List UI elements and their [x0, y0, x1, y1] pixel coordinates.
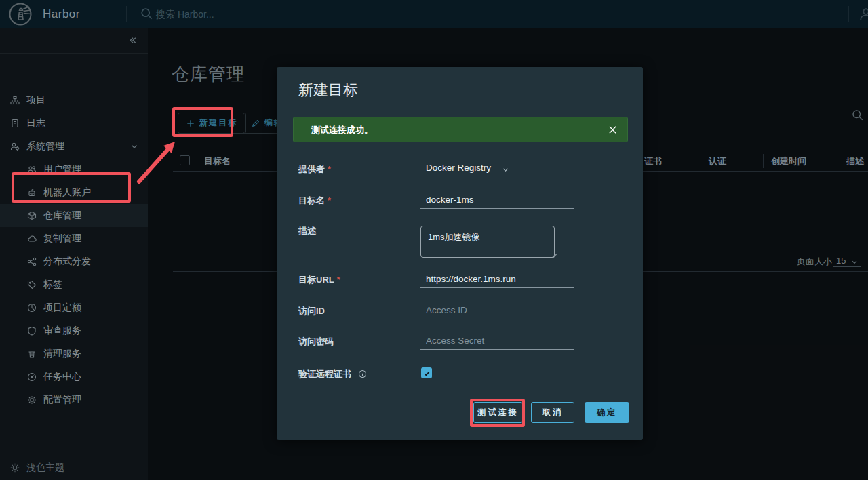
harbor-app: Harbor 搜索 Harbor... 项目 日志 [0, 0, 868, 480]
target-url-input[interactable] [420, 271, 574, 288]
access-secret-label: 访问密码 [298, 336, 334, 348]
provider-selected-value: Docker Registry [426, 163, 491, 173]
modal-title: 新建目标 [298, 80, 358, 100]
ok-button[interactable]: 确定 [585, 402, 629, 423]
target-name-input[interactable] [420, 191, 574, 209]
access-id-input[interactable] [420, 302, 574, 319]
provider-select[interactable]: Docker Registry [420, 161, 512, 178]
required-marker: * [337, 275, 340, 285]
alert-message: 测试连接成功。 [311, 124, 373, 136]
chevron-down-icon [502, 166, 509, 174]
access-secret-input[interactable] [420, 332, 574, 350]
description-textarea[interactable]: 1ms加速镜像 [420, 226, 555, 258]
success-alert: 测试连接成功。 [293, 117, 628, 142]
required-marker: * [328, 195, 331, 205]
required-marker: * [328, 164, 331, 174]
target-url-label: 目标URL* [298, 274, 340, 286]
check-icon [423, 369, 431, 377]
verify-cert-label: 验证远程证书 [298, 368, 367, 380]
test-connection-button[interactable]: 测试连接 [473, 402, 523, 423]
access-id-label: 访问ID [298, 305, 325, 317]
close-icon[interactable] [608, 125, 617, 134]
info-icon [358, 369, 367, 378]
provider-label: 提供者* [298, 163, 331, 176]
cancel-button[interactable]: 取消 [531, 402, 574, 423]
verify-cert-checkbox[interactable] [421, 367, 432, 378]
target-name-label: 目标名* [298, 195, 331, 207]
description-label: 描述 [298, 225, 316, 237]
new-target-modal: 新建目标 测试连接成功。 提供者* Docker Registry 目标名* 描… [277, 67, 643, 440]
